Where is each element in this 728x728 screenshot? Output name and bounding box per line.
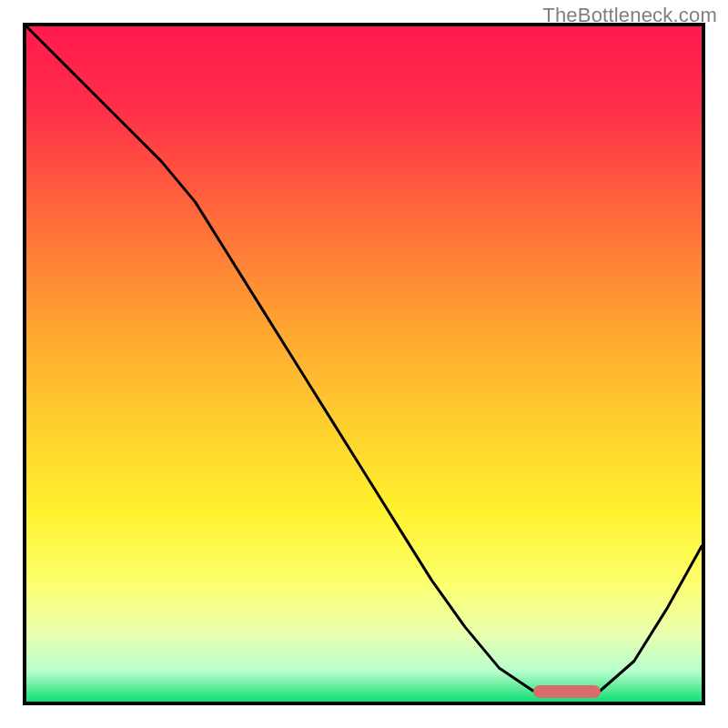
chart-frame: TheBottleneck.com [0,0,728,728]
plot-area [23,23,705,705]
bottleneck-curve [26,26,702,702]
optimum-range-marker [533,685,601,698]
